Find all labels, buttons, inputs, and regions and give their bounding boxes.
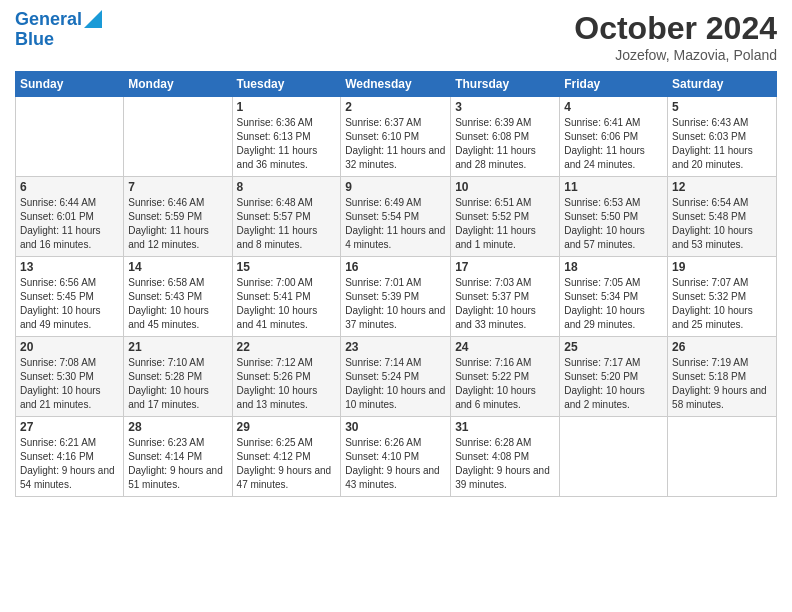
week-row-2: 6Sunrise: 6:44 AMSunset: 6:01 PMDaylight… (16, 177, 777, 257)
day-info: Sunrise: 6:49 AMSunset: 5:54 PMDaylight:… (345, 196, 446, 252)
day-number: 12 (672, 180, 772, 194)
day-info: Sunrise: 6:23 AMSunset: 4:14 PMDaylight:… (128, 436, 227, 492)
day-number: 9 (345, 180, 446, 194)
day-info: Sunrise: 7:08 AMSunset: 5:30 PMDaylight:… (20, 356, 119, 412)
day-cell-2-1: 14Sunrise: 6:58 AMSunset: 5:43 PMDayligh… (124, 257, 232, 337)
day-info: Sunrise: 7:07 AMSunset: 5:32 PMDaylight:… (672, 276, 772, 332)
day-info: Sunrise: 6:48 AMSunset: 5:57 PMDaylight:… (237, 196, 337, 252)
day-cell-2-2: 15Sunrise: 7:00 AMSunset: 5:41 PMDayligh… (232, 257, 341, 337)
day-cell-3-0: 20Sunrise: 7:08 AMSunset: 5:30 PMDayligh… (16, 337, 124, 417)
day-cell-2-0: 13Sunrise: 6:56 AMSunset: 5:45 PMDayligh… (16, 257, 124, 337)
header-friday: Friday (560, 72, 668, 97)
day-info: Sunrise: 7:12 AMSunset: 5:26 PMDaylight:… (237, 356, 337, 412)
day-number: 20 (20, 340, 119, 354)
day-number: 1 (237, 100, 337, 114)
day-number: 11 (564, 180, 663, 194)
day-info: Sunrise: 6:46 AMSunset: 5:59 PMDaylight:… (128, 196, 227, 252)
day-cell-4-6 (668, 417, 777, 497)
day-info: Sunrise: 6:51 AMSunset: 5:52 PMDaylight:… (455, 196, 555, 252)
page: General Blue October 2024 Jozefow, Mazov… (0, 0, 792, 612)
day-cell-0-3: 2Sunrise: 6:37 AMSunset: 6:10 PMDaylight… (341, 97, 451, 177)
day-cell-3-1: 21Sunrise: 7:10 AMSunset: 5:28 PMDayligh… (124, 337, 232, 417)
day-info: Sunrise: 7:17 AMSunset: 5:20 PMDaylight:… (564, 356, 663, 412)
day-info: Sunrise: 6:54 AMSunset: 5:48 PMDaylight:… (672, 196, 772, 252)
day-info: Sunrise: 7:19 AMSunset: 5:18 PMDaylight:… (672, 356, 772, 412)
day-cell-1-2: 8Sunrise: 6:48 AMSunset: 5:57 PMDaylight… (232, 177, 341, 257)
day-number: 13 (20, 260, 119, 274)
header-wednesday: Wednesday (341, 72, 451, 97)
logo-text-general: General (15, 10, 82, 30)
day-info: Sunrise: 6:43 AMSunset: 6:03 PMDaylight:… (672, 116, 772, 172)
day-cell-0-5: 4Sunrise: 6:41 AMSunset: 6:06 PMDaylight… (560, 97, 668, 177)
week-row-4: 20Sunrise: 7:08 AMSunset: 5:30 PMDayligh… (16, 337, 777, 417)
day-number: 15 (237, 260, 337, 274)
day-cell-1-0: 6Sunrise: 6:44 AMSunset: 6:01 PMDaylight… (16, 177, 124, 257)
day-info: Sunrise: 6:39 AMSunset: 6:08 PMDaylight:… (455, 116, 555, 172)
svg-marker-0 (84, 10, 102, 28)
day-info: Sunrise: 6:26 AMSunset: 4:10 PMDaylight:… (345, 436, 446, 492)
day-cell-1-1: 7Sunrise: 6:46 AMSunset: 5:59 PMDaylight… (124, 177, 232, 257)
day-cell-1-6: 12Sunrise: 6:54 AMSunset: 5:48 PMDayligh… (668, 177, 777, 257)
day-number: 2 (345, 100, 446, 114)
day-number: 29 (237, 420, 337, 434)
header-saturday: Saturday (668, 72, 777, 97)
day-cell-4-1: 28Sunrise: 6:23 AMSunset: 4:14 PMDayligh… (124, 417, 232, 497)
weekday-header-row: Sunday Monday Tuesday Wednesday Thursday… (16, 72, 777, 97)
day-cell-0-0 (16, 97, 124, 177)
day-info: Sunrise: 6:25 AMSunset: 4:12 PMDaylight:… (237, 436, 337, 492)
day-cell-0-6: 5Sunrise: 6:43 AMSunset: 6:03 PMDaylight… (668, 97, 777, 177)
day-number: 26 (672, 340, 772, 354)
header-thursday: Thursday (451, 72, 560, 97)
day-info: Sunrise: 7:10 AMSunset: 5:28 PMDaylight:… (128, 356, 227, 412)
day-info: Sunrise: 6:28 AMSunset: 4:08 PMDaylight:… (455, 436, 555, 492)
day-number: 7 (128, 180, 227, 194)
day-cell-2-3: 16Sunrise: 7:01 AMSunset: 5:39 PMDayligh… (341, 257, 451, 337)
day-number: 3 (455, 100, 555, 114)
location: Jozefow, Mazovia, Poland (574, 47, 777, 63)
logo: General Blue (15, 10, 102, 50)
day-cell-3-4: 24Sunrise: 7:16 AMSunset: 5:22 PMDayligh… (451, 337, 560, 417)
day-info: Sunrise: 7:16 AMSunset: 5:22 PMDaylight:… (455, 356, 555, 412)
day-info: Sunrise: 6:21 AMSunset: 4:16 PMDaylight:… (20, 436, 119, 492)
day-info: Sunrise: 7:03 AMSunset: 5:37 PMDaylight:… (455, 276, 555, 332)
day-number: 23 (345, 340, 446, 354)
day-cell-2-6: 19Sunrise: 7:07 AMSunset: 5:32 PMDayligh… (668, 257, 777, 337)
week-row-3: 13Sunrise: 6:56 AMSunset: 5:45 PMDayligh… (16, 257, 777, 337)
day-number: 25 (564, 340, 663, 354)
day-info: Sunrise: 6:36 AMSunset: 6:13 PMDaylight:… (237, 116, 337, 172)
day-cell-4-2: 29Sunrise: 6:25 AMSunset: 4:12 PMDayligh… (232, 417, 341, 497)
day-number: 21 (128, 340, 227, 354)
month-title: October 2024 (574, 10, 777, 47)
day-cell-2-5: 18Sunrise: 7:05 AMSunset: 5:34 PMDayligh… (560, 257, 668, 337)
day-cell-4-0: 27Sunrise: 6:21 AMSunset: 4:16 PMDayligh… (16, 417, 124, 497)
day-info: Sunrise: 7:05 AMSunset: 5:34 PMDaylight:… (564, 276, 663, 332)
day-cell-2-4: 17Sunrise: 7:03 AMSunset: 5:37 PMDayligh… (451, 257, 560, 337)
logo-triangle-icon (84, 10, 102, 28)
day-cell-3-6: 26Sunrise: 7:19 AMSunset: 5:18 PMDayligh… (668, 337, 777, 417)
header-monday: Monday (124, 72, 232, 97)
day-number: 8 (237, 180, 337, 194)
day-cell-1-4: 10Sunrise: 6:51 AMSunset: 5:52 PMDayligh… (451, 177, 560, 257)
day-number: 30 (345, 420, 446, 434)
day-info: Sunrise: 7:01 AMSunset: 5:39 PMDaylight:… (345, 276, 446, 332)
day-number: 22 (237, 340, 337, 354)
day-info: Sunrise: 6:56 AMSunset: 5:45 PMDaylight:… (20, 276, 119, 332)
header-tuesday: Tuesday (232, 72, 341, 97)
day-cell-3-3: 23Sunrise: 7:14 AMSunset: 5:24 PMDayligh… (341, 337, 451, 417)
day-cell-4-4: 31Sunrise: 6:28 AMSunset: 4:08 PMDayligh… (451, 417, 560, 497)
day-number: 4 (564, 100, 663, 114)
day-cell-0-2: 1Sunrise: 6:36 AMSunset: 6:13 PMDaylight… (232, 97, 341, 177)
day-number: 6 (20, 180, 119, 194)
day-cell-0-1 (124, 97, 232, 177)
calendar: Sunday Monday Tuesday Wednesday Thursday… (15, 71, 777, 497)
day-info: Sunrise: 6:41 AMSunset: 6:06 PMDaylight:… (564, 116, 663, 172)
day-number: 14 (128, 260, 227, 274)
day-number: 17 (455, 260, 555, 274)
day-cell-3-2: 22Sunrise: 7:12 AMSunset: 5:26 PMDayligh… (232, 337, 341, 417)
day-number: 31 (455, 420, 555, 434)
day-number: 19 (672, 260, 772, 274)
day-info: Sunrise: 7:00 AMSunset: 5:41 PMDaylight:… (237, 276, 337, 332)
day-number: 24 (455, 340, 555, 354)
day-number: 28 (128, 420, 227, 434)
day-cell-4-3: 30Sunrise: 6:26 AMSunset: 4:10 PMDayligh… (341, 417, 451, 497)
